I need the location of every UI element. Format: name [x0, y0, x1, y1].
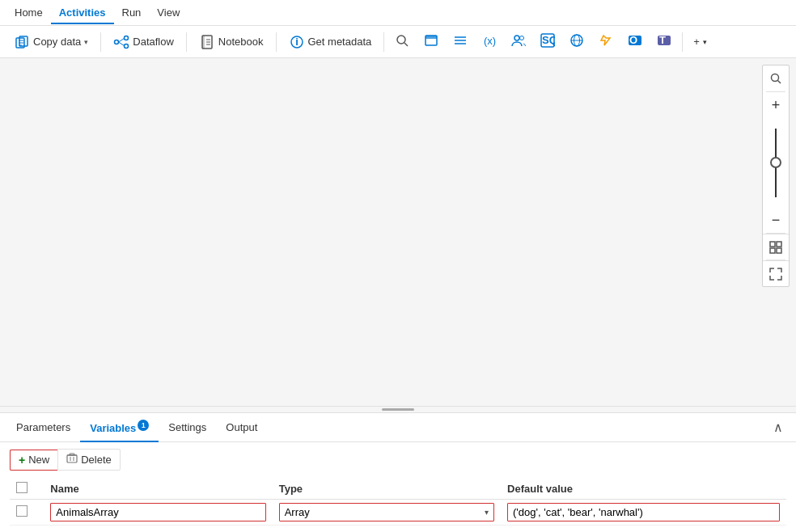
variables-table: Name Type Default value Array [10, 479, 786, 526]
separator-3 [276, 32, 277, 52]
zoom-in-button[interactable]: + [763, 92, 789, 118]
list-toolbar-button[interactable] [447, 29, 473, 54]
new-label: New [28, 454, 49, 466]
collapse-bar [382, 408, 414, 411]
variable-toolbar-button[interactable]: (x) [476, 29, 502, 54]
zoom-slider-track [775, 118, 777, 207]
svg-point-31 [772, 74, 779, 82]
tab-output[interactable]: Output [216, 415, 267, 440]
zoom-out-button[interactable]: − [763, 207, 789, 233]
table-header-row: Name Type Default value [10, 479, 786, 500]
svg-point-20 [514, 36, 519, 40]
svg-rect-35 [770, 248, 775, 253]
separator-2 [186, 32, 187, 52]
svg-rect-15 [426, 36, 437, 39]
dataflow-icon [113, 34, 129, 50]
collapse-handle[interactable] [0, 407, 796, 413]
default-value-input[interactable] [507, 503, 780, 521]
menu-item-run[interactable]: Run [114, 2, 150, 23]
copy-data-dropdown-icon: ▾ [84, 38, 88, 46]
type-select[interactable]: Array ▾ [279, 503, 494, 521]
menu-item-view[interactable]: View [149, 2, 188, 23]
menu-item-home[interactable]: Home [6, 2, 51, 23]
svg-text:i: i [295, 36, 298, 48]
separator-4 [383, 32, 384, 52]
svg-rect-36 [777, 248, 781, 253]
dataflow-button[interactable]: Dataflow [106, 30, 181, 54]
svg-line-32 [778, 81, 781, 84]
tab-settings[interactable]: Settings [159, 415, 216, 440]
header-type: Type [273, 479, 501, 500]
fit-view-button[interactable] [763, 234, 789, 260]
dataflow-label: Dataflow [133, 36, 174, 48]
script-toolbar-button[interactable] [418, 29, 444, 54]
search-toolbar-button[interactable] [389, 29, 415, 54]
tabs-left: Parameters Variables1 Settings Output [6, 413, 267, 441]
metadata-icon: i [289, 34, 305, 50]
new-button[interactable]: + New [10, 450, 57, 471]
expand-button[interactable] [763, 260, 789, 286]
panel-collapse-button[interactable]: ∧ [767, 416, 790, 438]
get-metadata-button[interactable]: i Get metadata [282, 30, 379, 54]
chevron-down-icon: ▾ [485, 508, 489, 517]
copy-data-button[interactable]: Copy data ▾ [6, 30, 95, 54]
power-toolbar-button[interactable] [593, 29, 619, 54]
get-metadata-label: Get metadata [308, 36, 372, 48]
canvas-area: + − [0, 58, 796, 406]
outlook-toolbar-button[interactable]: O [622, 29, 648, 54]
variables-badge: 1 [138, 420, 149, 431]
menu-item-activities[interactable]: Activities [51, 2, 114, 23]
separator-1 [100, 32, 101, 52]
separator-5 [682, 32, 683, 52]
tab-variables-label: Variables [90, 423, 136, 435]
zoom-thumb[interactable] [770, 157, 781, 168]
variables-content: + New Delete Name Type Default value [0, 442, 796, 532]
svg-text:O: O [629, 34, 637, 46]
zoom-search-button[interactable] [763, 65, 789, 91]
svg-text:(x): (x) [484, 35, 496, 47]
svg-point-21 [520, 36, 524, 40]
table-row: Array ▾ [10, 500, 786, 526]
bottom-panel: Parameters Variables1 Settings Output ∧ … [0, 406, 796, 532]
people-toolbar-button[interactable] [506, 29, 531, 54]
zoom-track [775, 129, 777, 197]
svg-point-12 [397, 36, 405, 44]
tabs-row: Parameters Variables1 Settings Output ∧ [0, 413, 796, 442]
power-icon [599, 33, 613, 50]
people-icon [511, 33, 526, 50]
globe-toolbar-button[interactable] [564, 29, 590, 54]
header-default: Default value [501, 479, 786, 500]
delete-label: Delete [81, 454, 112, 466]
delete-button[interactable]: Delete [57, 449, 121, 471]
panel-actions: + New Delete [10, 449, 786, 471]
svg-rect-33 [770, 242, 775, 247]
globe-icon [569, 33, 584, 50]
copy-data-icon [14, 34, 30, 50]
teams-toolbar-button[interactable]: T [651, 29, 677, 54]
outlook-icon: O [628, 33, 642, 50]
header-check [10, 479, 44, 500]
name-input[interactable] [50, 503, 265, 521]
tab-parameters[interactable]: Parameters [6, 415, 80, 440]
zoom-controls: + − [762, 65, 790, 287]
toolbar: Copy data ▾ Dataflow Notebook [0, 26, 796, 58]
row-check-cell [10, 500, 44, 526]
svg-rect-34 [777, 242, 781, 247]
notebook-label: Notebook [218, 36, 264, 48]
header-checkbox[interactable] [16, 482, 28, 493]
more-button[interactable]: + ▾ [688, 33, 713, 50]
search-toolbar-icon [395, 33, 409, 50]
tab-variables[interactable]: Variables1 [80, 413, 159, 441]
svg-point-2 [115, 40, 119, 44]
row-checkbox[interactable] [16, 505, 28, 517]
notebook-icon [199, 34, 215, 50]
svg-rect-39 [70, 454, 74, 455]
svg-line-13 [404, 43, 408, 46]
variable-icon: (x) [482, 33, 497, 50]
plus-icon: + [693, 36, 700, 48]
sql-toolbar-button[interactable]: SQL [535, 29, 561, 54]
svg-rect-6 [202, 36, 205, 49]
notebook-button[interactable]: Notebook [192, 30, 271, 54]
row-name-cell [44, 500, 272, 526]
menu-bar: Home Activities Run View [0, 0, 796, 26]
